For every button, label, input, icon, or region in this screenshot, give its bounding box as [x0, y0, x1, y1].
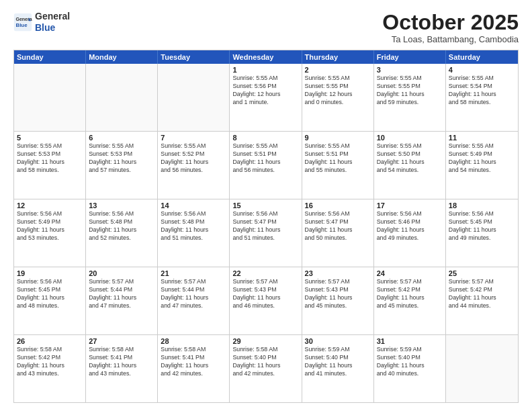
- cell-content: Sunrise: 5:56 AM Sunset: 5:49 PM Dayligh…: [17, 210, 83, 242]
- cell-content: Sunrise: 5:55 AM Sunset: 5:49 PM Dayligh…: [449, 142, 515, 175]
- cell-content: Sunrise: 5:57 AM Sunset: 5:42 PM Dayligh…: [449, 278, 515, 310]
- empty-cell-4-6: [446, 335, 518, 402]
- day-number: 29: [232, 337, 298, 345]
- day-number: 13: [89, 201, 154, 210]
- month-title: October 2025: [382, 11, 519, 34]
- calendar-row-0: 1Sunrise: 5:55 AM Sunset: 5:56 PM Daylig…: [14, 64, 518, 131]
- cell-content: Sunrise: 5:55 AM Sunset: 5:53 PM Dayligh…: [89, 142, 154, 175]
- day-cell-13: 13Sunrise: 5:56 AM Sunset: 5:48 PM Dayli…: [86, 199, 158, 267]
- cell-content: Sunrise: 5:55 AM Sunset: 5:51 PM Dayligh…: [232, 142, 298, 175]
- empty-cell-0-2: [158, 64, 230, 131]
- day-cell-22: 22Sunrise: 5:57 AM Sunset: 5:43 PM Dayli…: [230, 267, 302, 334]
- day-cell-11: 11Sunrise: 5:55 AM Sunset: 5:49 PM Dayli…: [446, 132, 518, 199]
- day-number: 12: [17, 201, 83, 210]
- page: General Blue General Blue October 2025 T…: [0, 0, 532, 411]
- location: Ta Loas, Battambang, Cambodia: [382, 34, 519, 44]
- day-cell-24: 24Sunrise: 5:57 AM Sunset: 5:42 PM Dayli…: [374, 267, 446, 334]
- empty-cell-0-1: [86, 64, 158, 131]
- day-cell-12: 12Sunrise: 5:56 AM Sunset: 5:49 PM Dayli…: [14, 199, 86, 267]
- cell-content: Sunrise: 5:58 AM Sunset: 5:41 PM Dayligh…: [161, 346, 226, 378]
- day-number: 8: [232, 134, 298, 142]
- day-number: 17: [377, 201, 443, 210]
- day-cell-7: 7Sunrise: 5:55 AM Sunset: 5:52 PM Daylig…: [158, 132, 230, 199]
- cell-content: Sunrise: 5:55 AM Sunset: 5:51 PM Dayligh…: [305, 142, 371, 175]
- day-number: 10: [377, 134, 443, 142]
- day-cell-30: 30Sunrise: 5:59 AM Sunset: 5:40 PM Dayli…: [302, 335, 374, 402]
- cell-content: Sunrise: 5:56 AM Sunset: 5:47 PM Dayligh…: [232, 210, 298, 242]
- day-number: 20: [89, 269, 154, 277]
- day-cell-18: 18Sunrise: 5:56 AM Sunset: 5:45 PM Dayli…: [446, 199, 518, 267]
- cell-content: Sunrise: 5:56 AM Sunset: 5:48 PM Dayligh…: [89, 210, 154, 242]
- cell-content: Sunrise: 5:58 AM Sunset: 5:41 PM Dayligh…: [89, 346, 154, 378]
- cell-content: Sunrise: 5:57 AM Sunset: 5:44 PM Dayligh…: [161, 278, 226, 310]
- day-cell-5: 5Sunrise: 5:55 AM Sunset: 5:53 PM Daylig…: [14, 132, 86, 199]
- day-cell-9: 9Sunrise: 5:55 AM Sunset: 5:51 PM Daylig…: [302, 132, 374, 199]
- day-number: 1: [232, 66, 298, 74]
- day-number: 9: [305, 134, 371, 142]
- cell-content: Sunrise: 5:56 AM Sunset: 5:46 PM Dayligh…: [377, 210, 443, 242]
- day-number: 3: [377, 66, 443, 74]
- day-number: 19: [17, 269, 83, 277]
- day-cell-17: 17Sunrise: 5:56 AM Sunset: 5:46 PM Dayli…: [374, 199, 446, 267]
- weekday-header-saturday: Saturday: [446, 50, 518, 64]
- svg-text:Blue: Blue: [16, 22, 28, 28]
- day-number: 4: [449, 66, 515, 74]
- cell-content: Sunrise: 5:55 AM Sunset: 5:55 PM Dayligh…: [377, 75, 443, 107]
- cell-content: Sunrise: 5:57 AM Sunset: 5:43 PM Dayligh…: [232, 278, 298, 310]
- weekday-header-friday: Friday: [374, 50, 446, 64]
- day-cell-25: 25Sunrise: 5:57 AM Sunset: 5:42 PM Dayli…: [446, 267, 518, 334]
- cell-content: Sunrise: 5:59 AM Sunset: 5:40 PM Dayligh…: [305, 346, 371, 378]
- day-cell-14: 14Sunrise: 5:56 AM Sunset: 5:48 PM Dayli…: [158, 199, 230, 267]
- day-number: 2: [305, 66, 371, 74]
- day-cell-26: 26Sunrise: 5:58 AM Sunset: 5:42 PM Dayli…: [14, 335, 86, 402]
- weekday-header-thursday: Thursday: [302, 50, 374, 64]
- logo-general-text: General: [35, 11, 70, 21]
- day-number: 28: [161, 337, 226, 345]
- logo: General Blue General Blue: [13, 11, 70, 34]
- day-cell-20: 20Sunrise: 5:57 AM Sunset: 5:44 PM Dayli…: [86, 267, 158, 334]
- day-cell-2: 2Sunrise: 5:55 AM Sunset: 5:55 PM Daylig…: [302, 64, 374, 131]
- day-cell-27: 27Sunrise: 5:58 AM Sunset: 5:41 PM Dayli…: [86, 335, 158, 402]
- calendar-row-4: 26Sunrise: 5:58 AM Sunset: 5:42 PM Dayli…: [14, 334, 518, 402]
- calendar-row-1: 5Sunrise: 5:55 AM Sunset: 5:53 PM Daylig…: [14, 131, 518, 199]
- weekday-header-monday: Monday: [86, 50, 158, 64]
- header: General Blue General Blue October 2025 T…: [13, 11, 519, 44]
- cell-content: Sunrise: 5:55 AM Sunset: 5:54 PM Dayligh…: [449, 75, 515, 107]
- day-cell-6: 6Sunrise: 5:55 AM Sunset: 5:53 PM Daylig…: [86, 132, 158, 199]
- day-number: 23: [305, 269, 371, 277]
- cell-content: Sunrise: 5:56 AM Sunset: 5:45 PM Dayligh…: [17, 278, 83, 310]
- day-cell-3: 3Sunrise: 5:55 AM Sunset: 5:55 PM Daylig…: [374, 64, 446, 131]
- day-cell-21: 21Sunrise: 5:57 AM Sunset: 5:44 PM Dayli…: [158, 267, 230, 334]
- day-cell-28: 28Sunrise: 5:58 AM Sunset: 5:41 PM Dayli…: [158, 335, 230, 402]
- day-number: 5: [17, 134, 83, 142]
- logo-icon: General Blue: [13, 13, 32, 32]
- calendar-header: SundayMondayTuesdayWednesdayThursdayFrid…: [14, 50, 518, 64]
- cell-content: Sunrise: 5:56 AM Sunset: 5:47 PM Dayligh…: [305, 210, 371, 242]
- day-cell-31: 31Sunrise: 5:59 AM Sunset: 5:40 PM Dayli…: [374, 335, 446, 402]
- day-number: 18: [449, 201, 515, 210]
- day-number: 21: [161, 269, 226, 277]
- day-cell-8: 8Sunrise: 5:55 AM Sunset: 5:51 PM Daylig…: [230, 132, 302, 199]
- weekday-header-wednesday: Wednesday: [230, 50, 302, 64]
- day-number: 27: [89, 337, 154, 345]
- day-number: 26: [17, 337, 83, 345]
- day-number: 25: [449, 269, 515, 277]
- day-number: 16: [305, 201, 371, 210]
- day-number: 15: [232, 201, 298, 210]
- cell-content: Sunrise: 5:55 AM Sunset: 5:53 PM Dayligh…: [17, 142, 83, 175]
- logo-text: General Blue: [35, 11, 70, 34]
- day-number: 30: [305, 337, 371, 345]
- calendar-body: 1Sunrise: 5:55 AM Sunset: 5:56 PM Daylig…: [14, 64, 518, 402]
- weekday-header-sunday: Sunday: [14, 50, 86, 64]
- cell-content: Sunrise: 5:55 AM Sunset: 5:55 PM Dayligh…: [305, 75, 371, 107]
- day-cell-29: 29Sunrise: 5:58 AM Sunset: 5:40 PM Dayli…: [230, 335, 302, 402]
- day-number: 6: [89, 134, 154, 142]
- calendar-row-2: 12Sunrise: 5:56 AM Sunset: 5:49 PM Dayli…: [14, 199, 518, 267]
- day-cell-1: 1Sunrise: 5:55 AM Sunset: 5:56 PM Daylig…: [230, 64, 302, 131]
- cell-content: Sunrise: 5:58 AM Sunset: 5:42 PM Dayligh…: [17, 346, 83, 378]
- calendar-row-3: 19Sunrise: 5:56 AM Sunset: 5:45 PM Dayli…: [14, 267, 518, 334]
- cell-content: Sunrise: 5:57 AM Sunset: 5:44 PM Dayligh…: [89, 278, 154, 310]
- cell-content: Sunrise: 5:55 AM Sunset: 5:52 PM Dayligh…: [161, 142, 226, 175]
- empty-cell-0-0: [14, 64, 86, 131]
- day-number: 31: [377, 337, 443, 345]
